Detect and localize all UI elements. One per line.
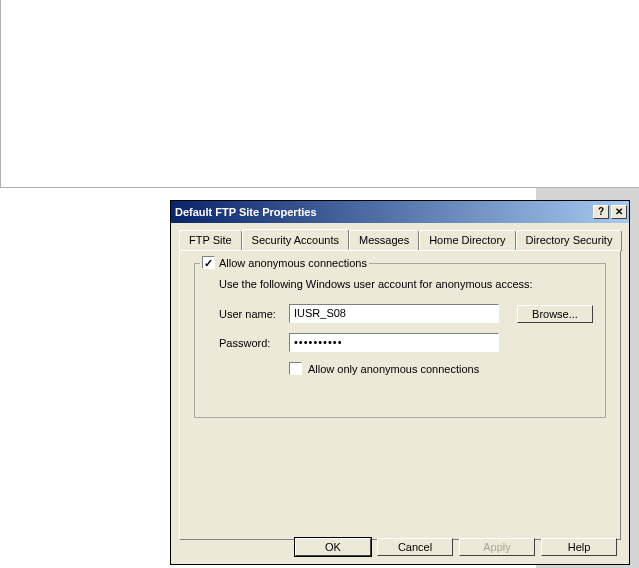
cancel-button[interactable]: Cancel: [377, 538, 453, 556]
username-input[interactable]: IUSR_S08: [289, 304, 499, 323]
page-backdrop: [0, 0, 639, 188]
allow-anonymous-legend: Allow anonymous connections: [200, 256, 369, 269]
password-input[interactable]: ••••••••••: [289, 333, 499, 352]
allow-only-anonymous-label: Allow only anonymous connections: [308, 363, 479, 375]
allow-anonymous-checkbox[interactable]: [202, 256, 215, 269]
tab-home-directory[interactable]: Home Directory: [419, 230, 515, 251]
tabpanel-security-accounts: Allow anonymous connections Use the foll…: [179, 250, 621, 540]
username-row: User name: IUSR_S08 Browse...: [219, 304, 593, 323]
titlebar-help-button[interactable]: ?: [593, 205, 609, 219]
tab-ftp-site[interactable]: FTP Site: [179, 230, 242, 251]
tab-security-accounts[interactable]: Security Accounts: [242, 229, 349, 250]
dialog-buttons: OK Cancel Apply Help: [295, 538, 617, 556]
ok-button[interactable]: OK: [295, 538, 371, 556]
window-title: Default FTP Site Properties: [175, 206, 591, 218]
password-label: Password:: [219, 337, 289, 349]
properties-dialog: Default FTP Site Properties ? ✕ FTP Site…: [170, 200, 630, 565]
tab-messages[interactable]: Messages: [349, 230, 419, 251]
allow-anonymous-label: Allow anonymous connections: [219, 257, 367, 269]
anonymous-desc: Use the following Windows user account f…: [219, 278, 593, 290]
password-row: Password: ••••••••••: [219, 333, 593, 352]
titlebar: Default FTP Site Properties ? ✕: [171, 201, 629, 223]
titlebar-close-button[interactable]: ✕: [611, 205, 627, 219]
browse-button[interactable]: Browse...: [517, 305, 593, 323]
tab-directory-security[interactable]: Directory Security: [516, 230, 623, 251]
help-button[interactable]: Help: [541, 538, 617, 556]
tabstrip: FTP Site Security Accounts Messages Home…: [171, 223, 629, 250]
allow-only-anonymous-checkbox[interactable]: [289, 362, 302, 375]
allow-only-row: Allow only anonymous connections: [289, 362, 593, 375]
anonymous-groupbox: Allow anonymous connections Use the foll…: [194, 263, 606, 418]
apply-button[interactable]: Apply: [459, 538, 535, 556]
username-label: User name:: [219, 308, 289, 320]
